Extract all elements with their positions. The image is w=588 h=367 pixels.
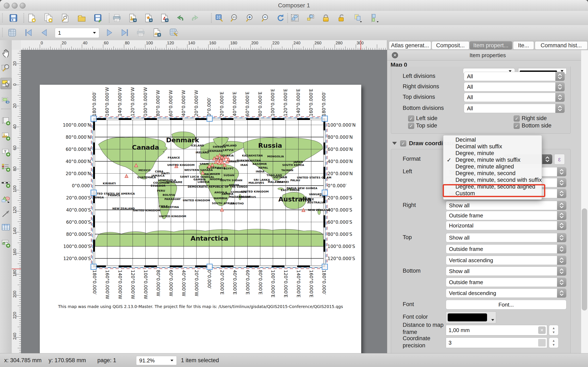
- align-items-icon[interactable]: [369, 13, 380, 24]
- selection-handle[interactable]: [91, 116, 96, 121]
- distance-stepper[interactable]: ▲▼: [549, 325, 558, 335]
- left-side-checkbox[interactable]: ✓: [408, 116, 414, 122]
- left-divisions-select[interactable]: All: [464, 72, 565, 81]
- right-option-2-select[interactable]: Horizontal: [446, 221, 566, 230]
- print-icon[interactable]: [111, 13, 122, 24]
- clear-field-icon[interactable]: ✕: [538, 326, 546, 334]
- right-option-0-select[interactable]: Show all: [446, 201, 566, 210]
- zoom-level-combo[interactable]: 91.2%: [136, 356, 177, 365]
- print-atlas-icon[interactable]: [135, 27, 146, 38]
- new-composer-icon[interactable]: [26, 13, 37, 24]
- refresh-view-icon[interactable]: [275, 13, 286, 24]
- menu-item-degree-minute-second-with-suffix[interactable]: Degree, minute, second with suffix: [443, 177, 542, 184]
- add-html-icon[interactable]: </>: [0, 238, 11, 249]
- top-divisions-select[interactable]: All: [464, 93, 565, 102]
- move-content-icon[interactable]: [0, 95, 11, 106]
- zoom-full-icon[interactable]: [213, 13, 224, 24]
- next-feature-icon[interactable]: [104, 27, 115, 38]
- menu-item-degree-minute-aligned[interactable]: Degree, minute aligned: [443, 163, 542, 170]
- tab-ite[interactable]: Ite...: [513, 41, 534, 50]
- last-feature-icon[interactable]: [120, 27, 131, 38]
- panel-scrollbar-thumb[interactable]: [582, 209, 587, 310]
- selection-handle[interactable]: [91, 190, 96, 195]
- redo-icon[interactable]: [190, 13, 201, 24]
- load-template-icon[interactable]: [76, 13, 87, 24]
- right-divisions-select[interactable]: All: [464, 82, 565, 92]
- panel-scrollbar[interactable]: [581, 50, 588, 353]
- font-color-picker[interactable]: [446, 312, 496, 323]
- zoom-out-icon[interactable]: [260, 13, 271, 24]
- save-icon[interactable]: [8, 13, 19, 24]
- add-shape-icon[interactable]: [0, 193, 11, 204]
- zoom-in-icon[interactable]: [245, 13, 256, 24]
- add-image-icon[interactable]: [0, 131, 11, 142]
- country-label: TURKMENISTAN: [237, 159, 261, 162]
- raise-items-icon[interactable]: [352, 13, 363, 24]
- export-image-icon[interactable]: [127, 13, 138, 24]
- draw-coordinates-checkbox[interactable]: ✓: [400, 140, 406, 146]
- menu-item-degree-minute-with-suffix[interactable]: ✓Degree, minute with suffix: [443, 157, 542, 163]
- right-side-checkbox[interactable]: ✓: [514, 116, 520, 122]
- lock-items-icon[interactable]: [320, 13, 331, 24]
- ungroup-items-icon[interactable]: [305, 13, 316, 24]
- atlas-page-combo[interactable]: 1: [55, 28, 99, 38]
- menu-item-degree-minute[interactable]: Degree, minute: [443, 150, 542, 157]
- tab-composit[interactable]: Composit...: [432, 41, 469, 50]
- selection-handle[interactable]: [207, 264, 212, 269]
- pan-icon[interactable]: [0, 47, 11, 58]
- add-legend-icon[interactable]: [0, 162, 11, 173]
- bottom-option-2-select[interactable]: Vertical descending: [446, 289, 566, 298]
- menu-item-label: Degree, minute: [455, 150, 494, 157]
- bottom-option-1-select[interactable]: Outside frame: [446, 278, 566, 287]
- top-option-1-select[interactable]: Outside frame: [446, 244, 566, 254]
- selection-handle[interactable]: [322, 116, 327, 121]
- export-atlas-icon[interactable]: [152, 27, 162, 38]
- precision-stepper[interactable]: ▲▼: [549, 337, 558, 348]
- tab-atlasgenerat[interactable]: Atlas generat...: [389, 41, 431, 50]
- unlock-items-icon[interactable]: [336, 13, 347, 24]
- coordinate-precision-field[interactable]: 3: [446, 337, 547, 348]
- select-item-icon[interactable]: [0, 78, 12, 89]
- right-option-1-select[interactable]: Outside frame: [446, 211, 566, 220]
- prev-feature-icon[interactable]: [39, 27, 49, 38]
- group-items-icon[interactable]: [290, 13, 300, 24]
- grid-label-bottom: 180°0.000′: [321, 270, 327, 295]
- atlas-settings-icon[interactable]: [168, 27, 179, 38]
- data-defined-expression-button[interactable]: ε: [554, 154, 565, 165]
- bottom-side-checkbox[interactable]: ✓: [514, 123, 520, 129]
- first-feature-icon[interactable]: [23, 27, 34, 38]
- add-table-icon[interactable]: [0, 222, 11, 233]
- menu-item-decimal-with-suffix[interactable]: Decimal with suffix: [443, 143, 542, 150]
- selection-handle[interactable]: [207, 116, 212, 121]
- add-arrow-icon[interactable]: [0, 208, 11, 219]
- menu-item-decimal[interactable]: Decimal: [443, 137, 542, 143]
- composer-manager-icon[interactable]: [60, 13, 71, 24]
- tab-commandhist[interactable]: Command hist...: [535, 41, 588, 50]
- save-as-template-icon[interactable]: [93, 13, 103, 24]
- export-pdf-icon[interactable]: [159, 13, 170, 24]
- ruler-tick: [250, 44, 251, 50]
- atlas-preview-icon[interactable]: [7, 27, 17, 38]
- composition-canvas[interactable]: 180°0.000′160°0.000′W140°0.000′W120°0.00…: [21, 50, 387, 353]
- export-svg-icon[interactable]: [143, 13, 154, 24]
- undo-icon[interactable]: [175, 13, 186, 24]
- distance-to-map-frame-field[interactable]: 1,00 mm ✕: [446, 325, 547, 335]
- add-label-icon[interactable]: T: [0, 147, 11, 158]
- tab-itempropert[interactable]: Item propert...: [469, 41, 512, 50]
- add-map-icon[interactable]: [0, 116, 11, 126]
- zoom-region-icon[interactable]: [0, 63, 11, 74]
- selection-handle[interactable]: [322, 264, 327, 269]
- bottom-divisions-select[interactable]: All: [464, 104, 565, 113]
- section-expand-icon[interactable]: [392, 142, 397, 145]
- font-button[interactable]: Font...: [446, 300, 566, 309]
- duplicate-composer-icon[interactable]: [43, 13, 54, 24]
- top-side-checkbox[interactable]: ✓: [408, 123, 414, 129]
- add-scalebar-icon[interactable]: [0, 178, 11, 189]
- top-option-0-select[interactable]: Show all: [446, 233, 566, 242]
- selection-handle[interactable]: [322, 190, 327, 195]
- menu-item-degree-minute-second[interactable]: Degree, minute, second: [443, 170, 542, 177]
- zoom-actual-icon[interactable]: 1:1: [229, 13, 240, 24]
- top-option-2-select[interactable]: Vertical ascending: [446, 256, 566, 265]
- selection-handle[interactable]: [91, 264, 96, 269]
- bottom-option-0-select[interactable]: Show all: [446, 267, 566, 276]
